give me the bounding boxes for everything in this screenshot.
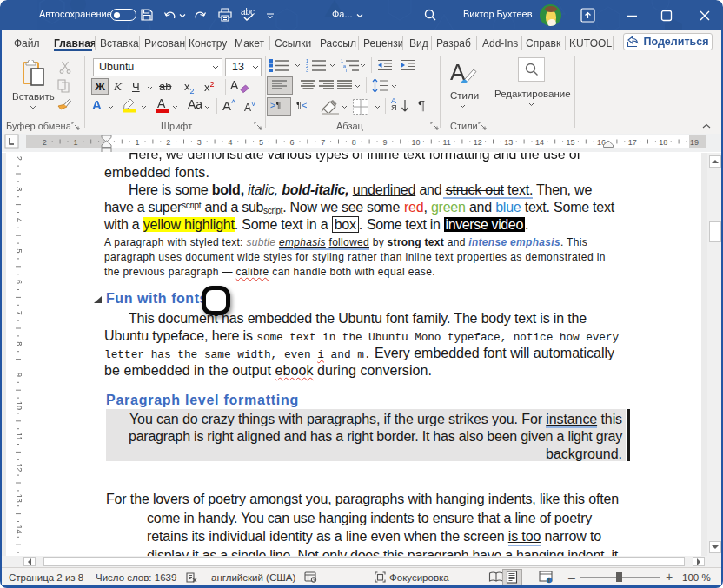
- svg-text:1: 1: [73, 138, 77, 147]
- svg-text:7: 7: [321, 138, 325, 147]
- svg-text:13: 13: [15, 494, 23, 503]
- svg-text:3: 3: [306, 68, 308, 72]
- svg-text:6: 6: [15, 280, 23, 284]
- svg-text:8: 8: [15, 341, 23, 346]
- svg-text:14: 14: [535, 138, 544, 147]
- svg-text:12: 12: [15, 463, 23, 472]
- svg-text:2: 2: [166, 138, 170, 147]
- svg-text:10: 10: [15, 401, 23, 410]
- svg-text:6: 6: [290, 138, 295, 147]
- svg-text:11: 11: [15, 433, 23, 440]
- svg-text:4: 4: [228, 138, 232, 147]
- svg-text:5: 5: [259, 138, 263, 147]
- svg-text:19: 19: [690, 138, 699, 147]
- svg-text:13: 13: [504, 138, 513, 147]
- svg-text:8: 8: [352, 138, 356, 147]
- svg-text:4: 4: [15, 218, 23, 222]
- svg-text:15: 15: [566, 138, 574, 147]
- svg-text:5: 5: [15, 248, 23, 253]
- svg-text:9: 9: [382, 138, 387, 147]
- svg-text:i: i: [346, 68, 347, 72]
- svg-text:2: 2: [43, 138, 47, 147]
- svg-text:17: 17: [628, 138, 637, 147]
- svg-text:10: 10: [411, 138, 420, 147]
- svg-text:12: 12: [474, 138, 482, 147]
- svg-text:14: 14: [15, 525, 23, 533]
- svg-text:3: 3: [15, 187, 23, 191]
- svg-text:7: 7: [15, 311, 23, 315]
- svg-text:2: 2: [15, 156, 23, 161]
- svg-text:3: 3: [197, 138, 202, 147]
- svg-text:18: 18: [659, 138, 667, 147]
- svg-text:11: 11: [442, 138, 450, 147]
- svg-text:1: 1: [136, 138, 140, 147]
- svg-text:9: 9: [15, 373, 23, 377]
